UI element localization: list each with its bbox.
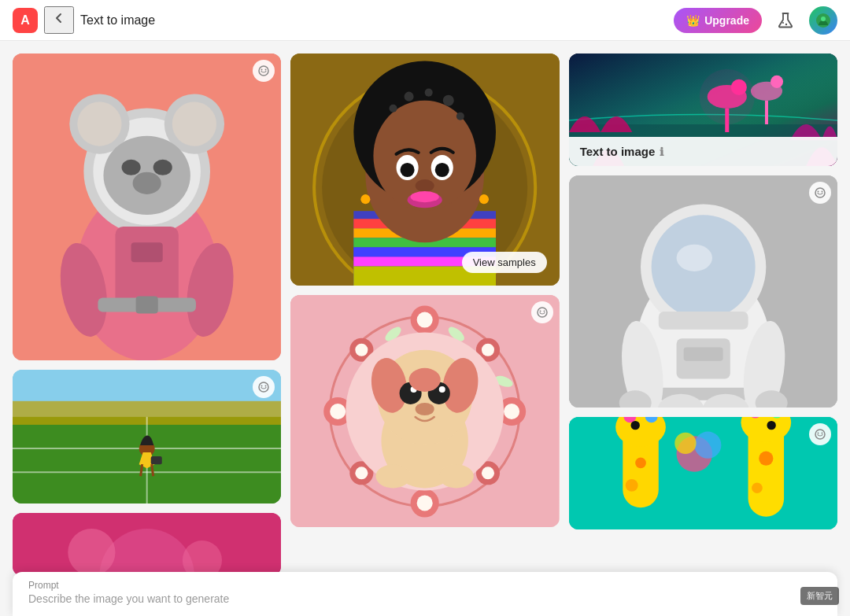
svg-rect-124 xyxy=(683,348,722,361)
prompt-placeholder-text[interactable]: Describe the image you want to generate xyxy=(28,592,822,605)
svg-point-65 xyxy=(416,179,434,192)
card-partial-bottom[interactable] xyxy=(13,513,281,576)
svg-point-58 xyxy=(425,89,433,97)
svg-point-100 xyxy=(416,403,434,415)
svg-point-157 xyxy=(822,433,823,434)
svg-point-22 xyxy=(259,66,268,76)
svg-point-13 xyxy=(122,160,141,175)
svg-point-64 xyxy=(435,163,449,177)
svg-point-102 xyxy=(376,464,411,488)
grid-col-3: Text to image ℹ xyxy=(569,53,837,576)
svg-point-115 xyxy=(771,76,783,88)
watermark: 新智元 xyxy=(800,587,839,605)
upgrade-button[interactable]: 👑 Upgrade xyxy=(674,8,762,33)
svg-point-1 xyxy=(785,23,787,24)
svg-point-156 xyxy=(818,433,819,434)
svg-point-104 xyxy=(538,308,547,317)
svg-point-23 xyxy=(261,69,263,71)
svg-point-24 xyxy=(265,69,267,71)
view-samples-button[interactable]: View samples xyxy=(462,252,547,273)
svg-rect-122 xyxy=(658,312,748,330)
svg-point-38 xyxy=(265,385,267,387)
info-icon: ℹ xyxy=(660,146,663,158)
page-title: Text to image xyxy=(80,13,155,28)
svg-point-36 xyxy=(259,382,268,392)
svg-point-154 xyxy=(674,433,696,454)
svg-point-116 xyxy=(699,69,754,124)
svg-point-59 xyxy=(443,95,454,106)
svg-point-133 xyxy=(818,191,819,193)
svg-point-68 xyxy=(361,194,371,204)
crown-icon: 👑 xyxy=(686,14,700,27)
svg-point-153 xyxy=(694,432,721,459)
prompt-label: Prompt xyxy=(28,580,822,591)
svg-point-99 xyxy=(439,386,445,393)
svg-point-83 xyxy=(356,467,368,479)
svg-point-134 xyxy=(822,191,823,193)
card-flamingo-neon[interactable]: Text to image ℹ xyxy=(569,53,837,166)
avatar[interactable] xyxy=(809,6,837,35)
card-pop-art-woman[interactable]: View samples xyxy=(290,53,559,286)
svg-line-34 xyxy=(152,464,153,476)
main-content: View samples xyxy=(0,41,850,616)
svg-point-151 xyxy=(767,421,775,430)
svg-point-139 xyxy=(625,479,638,492)
svg-point-147 xyxy=(630,421,639,430)
svg-point-75 xyxy=(482,344,494,356)
svg-line-33 xyxy=(141,464,142,476)
card-badge-puppy xyxy=(531,301,553,323)
app-logo[interactable]: A xyxy=(13,8,38,33)
svg-point-9 xyxy=(77,101,121,146)
back-button[interactable] xyxy=(44,6,74,34)
svg-rect-16 xyxy=(116,227,179,305)
card-badge-giraffe xyxy=(809,423,831,445)
card-puppy-flowers[interactable] xyxy=(290,295,559,527)
grid: View samples xyxy=(13,53,837,576)
svg-point-14 xyxy=(153,160,172,175)
header: A Text to image 👑 Upgrade xyxy=(0,0,850,41)
prompt-bar: Prompt Describe the image you want to ge… xyxy=(13,572,837,616)
svg-point-37 xyxy=(261,385,263,387)
beaker-button[interactable] xyxy=(771,6,800,35)
svg-point-142 xyxy=(759,452,773,466)
image-puppy-flowers xyxy=(290,295,559,527)
svg-point-143 xyxy=(752,482,763,493)
svg-point-85 xyxy=(331,404,346,419)
svg-rect-17 xyxy=(131,242,163,262)
svg-point-69 xyxy=(479,194,489,204)
svg-point-11 xyxy=(172,101,216,146)
svg-point-15 xyxy=(133,172,161,194)
svg-point-132 xyxy=(815,188,825,197)
grid-col-2: View samples xyxy=(290,53,559,576)
svg-point-62 xyxy=(401,163,415,177)
svg-rect-35 xyxy=(151,456,162,464)
image-white-astronaut xyxy=(569,175,837,408)
card-overlay-text-to-image: Text to image ℹ xyxy=(569,137,837,166)
image-koala-astronaut xyxy=(13,53,281,360)
svg-point-41 xyxy=(68,529,115,576)
card-stadium-girl[interactable] xyxy=(13,370,281,503)
header-actions: 👑 Upgrade xyxy=(674,6,837,35)
svg-rect-21 xyxy=(136,296,158,313)
svg-point-77 xyxy=(504,404,519,419)
svg-point-87 xyxy=(356,344,368,356)
image-stadium-girl xyxy=(13,370,281,503)
svg-point-57 xyxy=(405,92,414,101)
svg-point-101 xyxy=(409,368,441,392)
image-partial xyxy=(13,513,281,576)
svg-point-67 xyxy=(411,191,439,202)
image-gallery: View samples xyxy=(0,41,850,616)
card-white-astronaut[interactable] xyxy=(569,175,837,408)
svg-point-60 xyxy=(456,113,464,120)
svg-point-3 xyxy=(821,17,826,21)
svg-point-73 xyxy=(417,312,433,328)
image-pop-art-woman xyxy=(290,53,559,286)
card-giraffe-teal[interactable] xyxy=(569,417,837,529)
card-badge-astronaut xyxy=(809,182,831,204)
image-giraffe-teal xyxy=(569,417,837,529)
svg-point-79 xyxy=(482,467,494,479)
grid-col-1 xyxy=(13,53,281,576)
svg-point-0 xyxy=(782,22,784,24)
svg-point-155 xyxy=(815,430,825,439)
card-koala-astronaut[interactable] xyxy=(13,53,281,360)
